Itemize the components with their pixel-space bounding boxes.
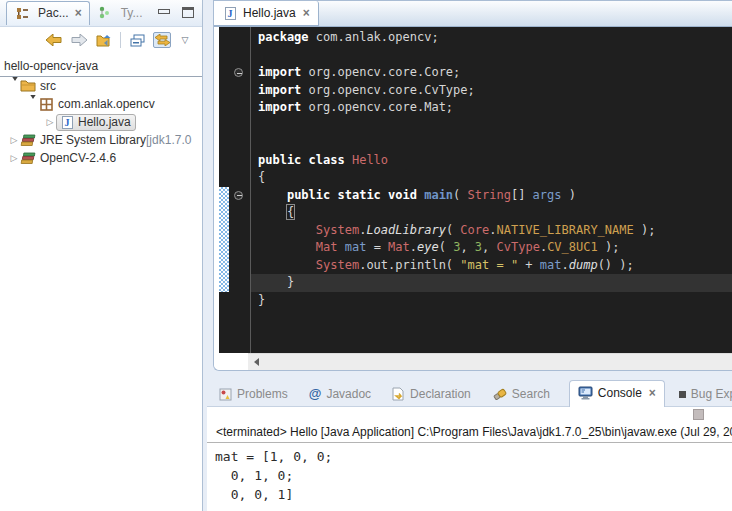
terminate-button[interactable]: [693, 409, 704, 420]
tree-item-src[interactable]: src: [0, 77, 202, 95]
code-token: .: [561, 258, 568, 272]
console-status-line: <terminated> Hello [Java Application] C:…: [207, 423, 732, 443]
tree-item-opencv-library[interactable]: ▷ OpenCV-2.4.6: [0, 149, 202, 167]
explorer-tabbar: Pac... × Ty...: [0, 0, 202, 27]
code-token: {: [287, 205, 294, 219]
tree-item-jre-library[interactable]: ▷ JRE System Library [jdk1.7.0: [0, 131, 202, 149]
tree-item-project[interactable]: hello-opencv-java: [0, 57, 202, 77]
code-token: [258, 188, 287, 202]
code-token: public static void: [287, 188, 417, 202]
code-line[interactable]: public class Hello: [251, 152, 732, 170]
collapsed-arrow-icon[interactable]: ▷: [44, 117, 56, 127]
code-line[interactable]: import org.opencv.core.Mat;: [251, 99, 732, 117]
package-explorer-icon: [14, 6, 30, 20]
forward-arrow-icon: [71, 34, 87, 46]
tab-label: Declaration: [410, 387, 471, 401]
problems-icon: [219, 388, 232, 401]
java-file-icon: J: [222, 6, 238, 20]
code-token: [345, 153, 352, 167]
tab-package-explorer[interactable]: Pac... ×: [6, 1, 90, 25]
folder-up-icon: [96, 34, 112, 47]
forward-button[interactable]: [70, 32, 88, 48]
horizontal-scrollbar[interactable]: [248, 353, 732, 370]
code-token: ): [562, 188, 576, 202]
tab-type-hierarchy[interactable]: Ty...: [90, 2, 150, 25]
code-token: [337, 240, 344, 254]
java-file-icon: J: [59, 115, 75, 129]
collapsed-arrow-icon[interactable]: ▷: [8, 135, 20, 145]
code-line[interactable]: {: [251, 169, 732, 187]
code-line[interactable]: }: [251, 274, 732, 292]
tab-label: Console: [598, 386, 642, 400]
console-output-line: mat = [1, 0, 0;: [215, 447, 732, 466]
link-with-editor-button[interactable]: [153, 32, 171, 48]
tab-label: Bug Explorer: [691, 387, 732, 401]
console-output-line: 0, 0, 1]: [215, 485, 732, 504]
code-line[interactable]: public static void main( String[] args ): [251, 187, 732, 205]
tab-label: Search: [512, 387, 550, 401]
close-icon[interactable]: ×: [303, 8, 310, 18]
code-token: );: [598, 240, 620, 254]
view-window-buttons: [158, 7, 194, 18]
fold-collapse-icon[interactable]: [234, 68, 243, 77]
chevron-down-icon: ▽: [182, 35, 189, 45]
toolbar-separator: [120, 32, 121, 48]
tree-item-hello-java[interactable]: ▷ J Hello.java: [0, 113, 202, 131]
console-view-area: Problems @ Javadoc Declaration Search Co…: [207, 378, 732, 511]
fold-collapse-icon[interactable]: [234, 191, 243, 200]
tab-console[interactable]: Console ×: [569, 380, 665, 407]
code-line[interactable]: {: [251, 204, 732, 222]
view-menu-button[interactable]: ▽: [178, 32, 192, 48]
code-line[interactable]: [251, 134, 732, 152]
tab-bug-explorer[interactable]: Bug Explorer: [677, 382, 732, 407]
editor-tab-label: Hello.java: [243, 6, 296, 20]
tab-search[interactable]: Search: [490, 382, 552, 407]
scroll-left-icon[interactable]: [254, 358, 259, 366]
code-token: main: [424, 188, 453, 202]
console-output[interactable]: mat = [1, 0, 0; 0, 1, 0; 0, 0, 1]: [207, 443, 732, 504]
tab-javadoc[interactable]: @ Javadoc: [307, 381, 373, 407]
navigate-up-button[interactable]: [95, 32, 113, 48]
code-token: {: [258, 170, 265, 184]
code-line[interactable]: Mat mat = Mat.eye( 3, 3, CvType.CV_8UC1 …: [251, 239, 732, 257]
code-line[interactable]: package com.anlak.opencv;: [251, 29, 732, 47]
code-line[interactable]: System.LoadLibrary( Core.NATIVE_LIBRARY_…: [251, 222, 732, 240]
console-toolbar: [207, 407, 732, 423]
code-line[interactable]: System.out.println( "mat = " + mat.dump(…: [251, 257, 732, 275]
declaration-icon: [392, 387, 405, 401]
editor-body: package com.anlak.opencv;import org.open…: [214, 27, 732, 370]
code-line[interactable]: [251, 117, 732, 135]
source-folder-icon: [20, 79, 36, 93]
code-token: Mat: [388, 240, 410, 254]
code-line[interactable]: import org.opencv.core.Core;: [251, 64, 732, 82]
code-token: (: [453, 188, 467, 202]
console-output-line: 0, 1, 0;: [215, 466, 732, 485]
console-tabbar: Problems @ Javadoc Declaration Search Co…: [207, 378, 732, 407]
tree-item-decoration: [jdk1.7.0: [146, 133, 191, 147]
expanded-arrow-icon[interactable]: [26, 99, 38, 109]
code-token: ,: [460, 240, 474, 254]
maximize-icon[interactable]: [182, 7, 194, 18]
collapsed-arrow-icon[interactable]: ▷: [8, 153, 20, 163]
library-icon: [20, 151, 36, 165]
code-line[interactable]: import org.opencv.core.CvType;: [251, 82, 732, 100]
tab-declaration[interactable]: Declaration: [390, 382, 473, 407]
editor-tab-hello-java[interactable]: J Hello.java ×: [214, 1, 319, 26]
tab-problems[interactable]: Problems: [217, 382, 290, 407]
close-icon[interactable]: ×: [75, 8, 82, 18]
eclipse-workbench: { "explorer": { "tab_package": { "label"…: [0, 0, 732, 511]
code-token: }: [258, 275, 294, 289]
back-button[interactable]: [45, 32, 63, 48]
expanded-arrow-icon[interactable]: [8, 81, 20, 91]
tree-item-package[interactable]: com.anlak.opencv: [0, 95, 202, 113]
annotation-ruler[interactable]: [229, 27, 250, 353]
minimize-icon[interactable]: [158, 9, 170, 14]
code-line[interactable]: [251, 47, 732, 65]
close-icon[interactable]: ×: [649, 388, 656, 398]
code-token: ,: [482, 240, 496, 254]
code-editor[interactable]: package com.anlak.opencv;import org.open…: [251, 27, 732, 353]
code-line[interactable]: }: [251, 292, 732, 310]
explorer-toolbar: ▽: [0, 27, 202, 53]
code-token: +: [518, 258, 540, 272]
collapse-all-button[interactable]: [128, 32, 146, 48]
